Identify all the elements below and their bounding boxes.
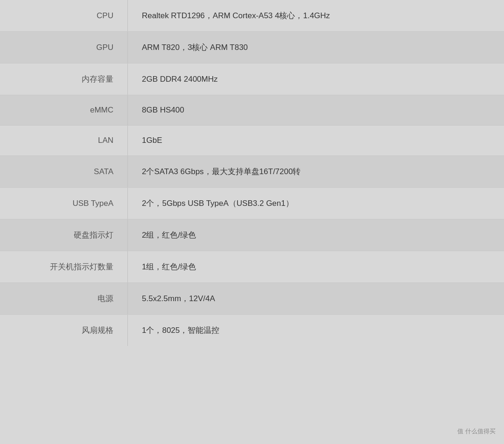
table-row: GPUARM T820，3核心 ARM T830	[0, 32, 504, 63]
spec-value: 5.5x2.5mm，12V/4A	[128, 283, 504, 314]
table-row: 开关机指示灯数量1组，红色/绿色	[0, 251, 504, 283]
spec-value: 2GB DDR4 2400MHz	[128, 63, 504, 95]
spec-label: 内存容量	[0, 63, 128, 95]
table-row: USB TypeA2个，5Gbps USB TypeA（USB3.2 Gen1）	[0, 188, 504, 219]
spec-table: CPURealtek RTD1296，ARM Cortex-A53 4核心，1.…	[0, 0, 504, 346]
spec-label: 电源	[0, 283, 128, 314]
spec-label: LAN	[0, 126, 128, 155]
table-row: LAN1GbE	[0, 126, 504, 156]
table-row: SATA2个SATA3 6Gbps，最大支持单盘16T/7200转	[0, 156, 504, 188]
spec-value: Realtek RTD1296，ARM Cortex-A53 4核心，1.4GH…	[128, 0, 504, 31]
spec-value: ARM T820，3核心 ARM T830	[128, 32, 504, 63]
table-row: CPURealtek RTD1296，ARM Cortex-A53 4核心，1.…	[0, 0, 504, 32]
spec-label: GPU	[0, 32, 128, 63]
table-row: 硬盘指示灯2组，红色/绿色	[0, 219, 504, 251]
watermark-text: 值 什么值得买	[457, 427, 496, 436]
table-row: eMMC8GB HS400	[0, 95, 504, 126]
spec-value: 2个SATA3 6Gbps，最大支持单盘16T/7200转	[128, 156, 504, 187]
table-row: 电源5.5x2.5mm，12V/4A	[0, 283, 504, 315]
spec-label: 硬盘指示灯	[0, 219, 128, 251]
spec-value: 1组，红色/绿色	[128, 251, 504, 282]
spec-label: CPU	[0, 0, 128, 31]
spec-label: SATA	[0, 156, 128, 187]
table-row: 风扇规格1个，8025，智能温控	[0, 315, 504, 346]
table-row: 内存容量2GB DDR4 2400MHz	[0, 63, 504, 95]
spec-label: eMMC	[0, 95, 128, 125]
spec-label: 开关机指示灯数量	[0, 251, 128, 282]
watermark: 值 什么值得买	[457, 427, 496, 436]
spec-value: 8GB HS400	[128, 95, 504, 125]
spec-label: USB TypeA	[0, 188, 128, 219]
spec-value: 1个，8025，智能温控	[128, 315, 504, 346]
spec-value: 2个，5Gbps USB TypeA（USB3.2 Gen1）	[128, 188, 504, 219]
spec-value: 1GbE	[128, 126, 504, 155]
spec-label: 风扇规格	[0, 315, 128, 346]
spec-value: 2组，红色/绿色	[128, 219, 504, 251]
